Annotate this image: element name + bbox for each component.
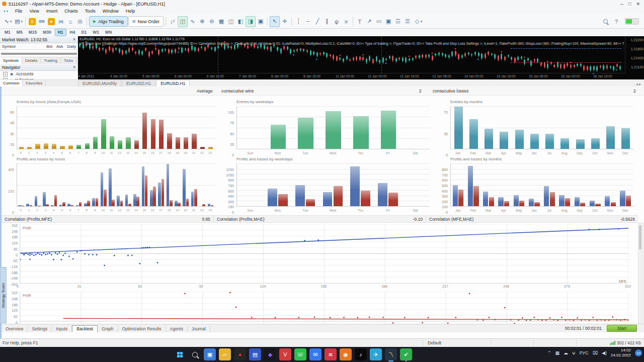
menu-window[interactable]: Window: [99, 9, 122, 14]
widgets-icon[interactable]: ▣: [204, 348, 216, 360]
tester-tab-settings[interactable]: Settings: [28, 326, 52, 332]
close-icon[interactable]: ✕: [72, 65, 76, 69]
profile-name[interactable]: Default: [428, 340, 441, 345]
timeframe-h4[interactable]: H4: [67, 29, 78, 36]
tester-tab-graph[interactable]: Graph: [98, 326, 118, 332]
label-icon[interactable]: ▣: [384, 17, 393, 27]
timeframe-m15[interactable]: M15: [26, 29, 40, 36]
vivaldi-icon[interactable]: V: [279, 348, 291, 360]
channel-icon[interactable]: ∥: [323, 17, 332, 27]
elliott-icon[interactable]: ☰: [403, 17, 412, 27]
timeframe-m5[interactable]: M5: [14, 29, 25, 36]
red-app-icon[interactable]: ≋: [325, 348, 337, 360]
tester-tab-backtest[interactable]: Backtest: [72, 325, 98, 332]
windows-start-icon[interactable]: [174, 348, 186, 360]
fibonacci-icon[interactable]: ≡: [342, 17, 351, 27]
maximize-button[interactable]: □: [628, 2, 631, 7]
search-icon[interactable]: [189, 348, 201, 360]
language-indicator[interactable]: РУС: [580, 350, 589, 355]
display-icon[interactable]: ⌧: [593, 350, 598, 355]
timeframe-d1[interactable]: D1: [78, 29, 89, 36]
screenshot-icon[interactable]: ▣: [256, 17, 265, 27]
dropdown-caret-icon[interactable]: ▾: [421, 20, 423, 24]
navigator-tab-favorites[interactable]: Favorites: [23, 80, 46, 86]
vertical-line-icon[interactable]: ┆: [294, 17, 303, 27]
dock-left-icon[interactable]: ◨: [246, 16, 256, 27]
expand-icon[interactable]: +: [3, 72, 8, 76]
tester-scrollbar[interactable]: [638, 223, 643, 332]
lock-icon[interactable]: ●: [48, 18, 55, 25]
ide-icon[interactable]: IDE: [37, 17, 46, 27]
market-watch-tab-ticks[interactable]: Ticks: [61, 57, 76, 64]
zoom-in-icon[interactable]: ⊕: [198, 17, 207, 27]
dropdown-caret-icon[interactable]: ▾: [10, 20, 12, 24]
tray-expand-icon[interactable]: ⌃: [547, 350, 551, 355]
search-icon[interactable]: [603, 19, 608, 24]
minimize-button[interactable]: ─: [620, 2, 623, 7]
column-daily[interactable]: Daily: [65, 44, 78, 49]
arrow-icon[interactable]: ↗: [365, 17, 374, 27]
column-symbol[interactable]: Symbol: [0, 44, 44, 49]
close-button[interactable]: ✕: [636, 2, 640, 7]
navigator-item-accounts[interactable]: +☻Accounts: [0, 71, 78, 77]
tile-windows-icon[interactable]: ◫: [226, 17, 235, 27]
timeframe-w1[interactable]: W1: [90, 29, 102, 36]
orange-app-icon[interactable]: ◉: [340, 348, 352, 360]
chart-tab-2[interactable]: EURUSD,H1: [156, 80, 190, 86]
notification-badge[interactable]: 10: [635, 349, 642, 356]
menu-file[interactable]: File: [12, 9, 26, 14]
column-ask[interactable]: Ask: [54, 44, 65, 49]
trendline-icon[interactable]: ╱: [313, 17, 322, 27]
connection-status-toggle[interactable]: [625, 18, 639, 25]
purple-app-icon[interactable]: ◆: [264, 348, 276, 360]
dock-right-icon[interactable]: ◧: [236, 17, 245, 27]
new-order-button[interactable]: ⊞New Order: [128, 16, 164, 27]
chart-tab-0[interactable]: EURUSD,Monthly: [78, 80, 121, 86]
taskbar-clock[interactable]: 14:0224.02.2022: [611, 348, 631, 358]
menu-help[interactable]: Help: [122, 9, 139, 14]
cursor-icon[interactable]: ↖: [270, 16, 280, 27]
browser-icon[interactable]: ●: [234, 348, 246, 360]
community-icon[interactable]: ◎: [75, 17, 85, 27]
strategy-tester-side-tab[interactable]: Strategy Tester: [0, 267, 7, 323]
price-chart[interactable]: ▾▾▾▾▴▾▾▾▾▴▴▾▾▴▾▾▾▴▾▾▾▾▴▴ EURUSD, H1: Eur…: [78, 36, 644, 79]
onedrive-icon[interactable]: ☁: [564, 350, 568, 355]
text-icon[interactable]: T: [355, 17, 364, 27]
whatsapp-icon[interactable]: ☏: [294, 348, 306, 360]
crosshair-icon[interactable]: ✛: [280, 17, 289, 27]
close-icon[interactable]: ✕: [72, 37, 76, 42]
tester-tab-inputs[interactable]: Inputs: [52, 326, 72, 332]
chart-tab-1[interactable]: EURUSD,H1: [122, 80, 155, 86]
help-icon[interactable]: ?: [612, 17, 621, 27]
andrews-pitchfork-icon[interactable]: ψ: [332, 17, 341, 27]
signal-icon[interactable]: (ɑ): [56, 17, 65, 27]
tester-tab-agents[interactable]: Agents: [166, 326, 188, 332]
tiktok-icon[interactable]: ♪: [355, 348, 367, 360]
tray-app-icon[interactable]: ▦: [555, 350, 560, 355]
timeframe-m30[interactable]: M30: [40, 29, 54, 36]
tick-chart-icon[interactable]: ◫: [178, 16, 188, 27]
file-explorer-icon[interactable]: ▱: [219, 348, 231, 360]
scale-fix-icon[interactable]: ↕¹: [168, 17, 177, 27]
chart-tab-scroll-arrows[interactable]: ◂ ▸: [636, 82, 644, 86]
dropdown-caret-icon[interactable]: ▾: [21, 20, 23, 24]
market-watch-splitter[interactable]: [1, 53, 77, 55]
timeframe-h1[interactable]: H1: [55, 29, 66, 36]
timeframe-m1[interactable]: M1: [2, 29, 13, 36]
metatrader-icon[interactable]: 〽: [385, 348, 397, 360]
market-watch-tab-symbols[interactable]: Symbols: [0, 57, 22, 64]
zoom-out-icon[interactable]: ⊖: [207, 17, 216, 27]
menu-view[interactable]: View: [26, 9, 42, 14]
messenger-icon[interactable]: ✉: [309, 348, 321, 360]
menu-charts[interactable]: Charts: [61, 9, 82, 14]
menu-tools[interactable]: Tools: [82, 9, 99, 14]
tester-tab-overview[interactable]: Overview: [2, 326, 28, 332]
tester-tab-optimization-results[interactable]: Optimization Results: [118, 326, 166, 332]
shapes-icon[interactable]: ▭: [374, 17, 383, 27]
tester-tab-journal[interactable]: Journal: [188, 326, 210, 332]
antivirus-shield-icon[interactable]: ✔: [400, 348, 412, 360]
gann-icon[interactable]: ☲: [393, 17, 403, 27]
zigzag-icon[interactable]: ∿: [188, 17, 197, 27]
menu-insert[interactable]: Insert: [43, 9, 61, 14]
alerts-icon[interactable]: ⌂: [66, 17, 75, 27]
